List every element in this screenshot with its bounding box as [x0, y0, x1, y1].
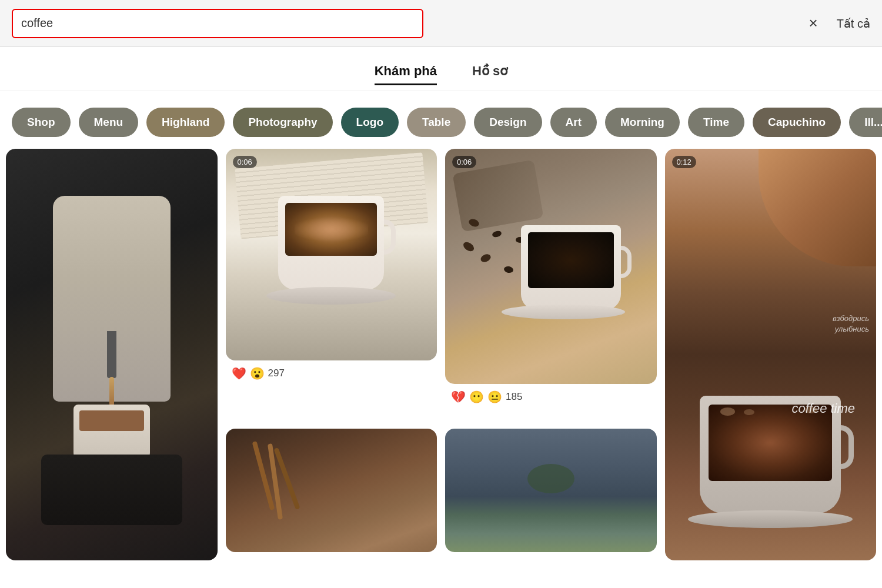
- tag-art[interactable]: Art: [550, 108, 597, 137]
- tag-capuchino[interactable]: Capuchino: [753, 108, 841, 137]
- neutral-emoji: 😐: [487, 390, 502, 404]
- surprise-emoji: 😮: [250, 366, 265, 380]
- video-duration-badge: 0:06: [233, 156, 257, 168]
- reaction-row-book: ❤️ 😮 297: [226, 360, 437, 389]
- russian-text-line1: взбодрись: [833, 313, 869, 324]
- search-box: coffee: [12, 9, 423, 38]
- tag-menu[interactable]: Menu: [79, 108, 139, 137]
- video-duration-badge-2: 0:06: [452, 156, 476, 168]
- tag-shop[interactable]: Shop: [12, 108, 71, 137]
- expressionless-emoji: 😶: [469, 390, 484, 404]
- video-duration-badge-3: 0:12: [672, 156, 696, 168]
- russian-text-overlay: взбодрись улыбнись: [833, 313, 869, 335]
- tab-kham-pha[interactable]: Khám phá: [375, 64, 437, 85]
- image-card-spices[interactable]: [226, 429, 437, 552]
- images-grid: 0:06 ❤️ 😮 297: [0, 149, 882, 572]
- tag-morning[interactable]: Morning: [605, 108, 680, 137]
- tat-ca-button[interactable]: Tất cả: [837, 16, 870, 31]
- image-card-coffee-russian[interactable]: взбодрись улыбнись coffee time 0:12: [665, 149, 877, 560]
- image-card-coffee-machine[interactable]: [6, 149, 218, 560]
- reaction-row-black: 💔 😶 😐 185: [445, 384, 657, 412]
- clear-button[interactable]: ×: [797, 14, 829, 32]
- tag-time[interactable]: Time: [688, 108, 744, 137]
- coffee-time-text: coffee time: [791, 401, 855, 416]
- heart-emoji: ❤️: [232, 366, 246, 380]
- russian-text-line2: улыбнись: [833, 324, 869, 335]
- reaction-count-book: 297: [268, 368, 285, 379]
- image-card-green-coffee[interactable]: [445, 429, 657, 552]
- tag-design[interactable]: Design: [474, 108, 542, 137]
- header: coffee × Tất cả: [0, 0, 882, 47]
- reaction-count-black: 185: [506, 391, 522, 403]
- search-input[interactable]: coffee: [21, 16, 414, 30]
- image-card-coffee-book[interactable]: 0:06 ❤️ 😮 297: [226, 149, 437, 389]
- tag-highland[interactable]: Highland: [146, 108, 225, 137]
- tabs-container: Khám phá Hồ sơ: [0, 47, 882, 91]
- broken-heart-emoji: 💔: [451, 390, 466, 404]
- image-card-coffee-black[interactable]: 0:06 💔 😶 😐 185: [445, 149, 657, 412]
- tag-table[interactable]: Table: [407, 108, 466, 137]
- tag-ill[interactable]: Ill...: [849, 108, 882, 137]
- tag-photography[interactable]: Photography: [233, 108, 332, 137]
- tab-ho-so[interactable]: Hồ sơ: [472, 64, 507, 85]
- tags-container: Shop Menu Highland Photography Logo Tabl…: [0, 91, 882, 149]
- tag-logo[interactable]: Logo: [341, 108, 399, 137]
